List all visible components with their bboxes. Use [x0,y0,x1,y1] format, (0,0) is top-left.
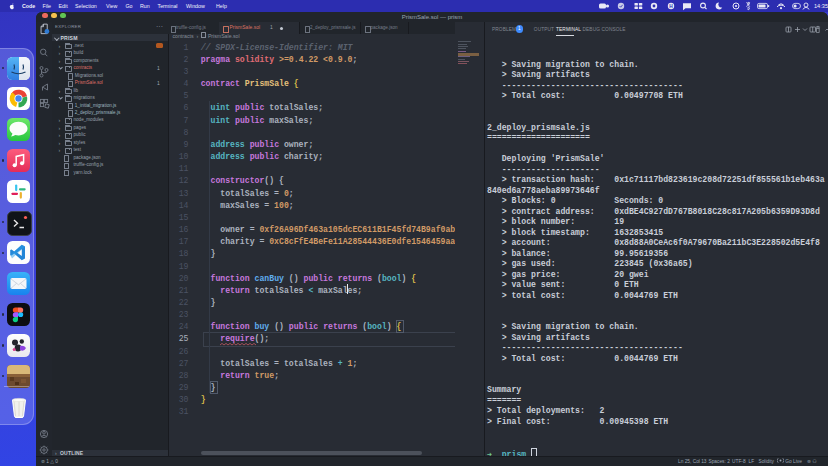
svg-text:H: H [669,4,673,9]
